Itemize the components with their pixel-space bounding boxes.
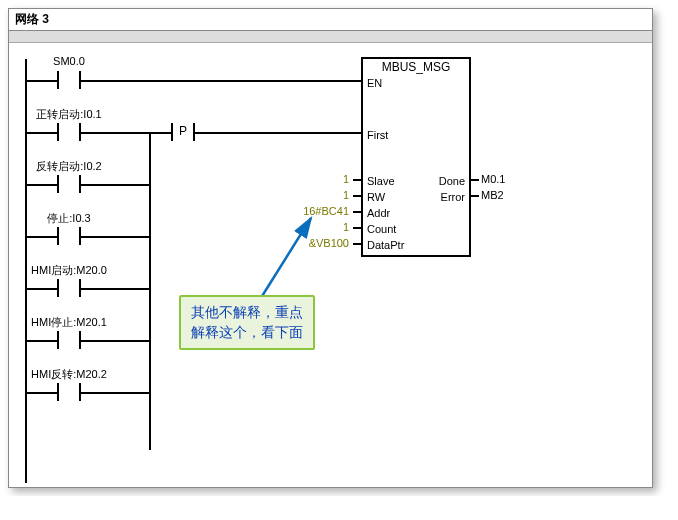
header-spacer: [9, 31, 652, 43]
contact-m20-0[interactable]: HMI启动:M20.0: [25, 265, 113, 305]
contact-symbol: [25, 177, 113, 193]
callout-line2: 解释这个，看下面: [191, 323, 303, 343]
wire: [113, 80, 361, 82]
contact-label: SM0.0: [25, 55, 113, 67]
val-rw: 1: [289, 189, 349, 201]
callout-line1: 其他不解释，重点: [191, 303, 303, 323]
contact-label: 反转启动:I0.2: [25, 159, 113, 174]
pin-error: Error: [441, 191, 465, 203]
pin-rw: RW: [367, 191, 385, 203]
pulse-p[interactable]: P: [149, 109, 217, 149]
out-done: M0.1: [481, 173, 505, 185]
contact-label: 正转启动:I0.1: [25, 107, 113, 122]
pulse-label: P: [149, 124, 217, 138]
contact-symbol: [25, 281, 113, 297]
wire: [113, 132, 151, 134]
pin-addr: Addr: [367, 207, 390, 219]
ladder-canvas: SM0.0 正转启动:I0.1 P 反转启动:I0.2 停止:I0.3: [9, 43, 652, 483]
pin-first: First: [367, 129, 388, 141]
network-title: 网络 3: [15, 12, 49, 26]
contact-m20-2[interactable]: HMI反转:M20.2: [25, 369, 113, 409]
contact-m20-1[interactable]: HMI停止:M20.1: [25, 317, 113, 357]
network-header: 网络 3: [9, 9, 652, 31]
contact-label: HMI反转:M20.2: [25, 367, 113, 382]
contact-i0-2[interactable]: 反转启动:I0.2: [25, 161, 113, 201]
wire: [113, 392, 151, 394]
contact-label: HMI启动:M20.0: [25, 263, 113, 278]
pin-slave: Slave: [367, 175, 395, 187]
contact-symbol: [25, 125, 113, 141]
pin-done: Done: [439, 175, 465, 187]
annotation-callout: 其他不解释，重点 解释这个，看下面: [179, 295, 315, 350]
contact-label: HMI停止:M20.1: [25, 315, 113, 330]
wire: [113, 340, 151, 342]
contact-symbol: [25, 73, 113, 89]
contact-label: 停止:I0.3: [25, 211, 113, 226]
wire: [113, 288, 151, 290]
pin-dataptr: DataPtr: [367, 239, 404, 251]
val-count: 1: [289, 221, 349, 233]
fb-mbus-msg[interactable]: MBUS_MSG EN First Slave RW Addr Count Da…: [361, 57, 471, 257]
pin-count: Count: [367, 223, 396, 235]
contact-i0-1[interactable]: 正转启动:I0.1: [25, 109, 113, 149]
contact-sm0-0[interactable]: SM0.0: [25, 57, 113, 97]
val-addr: 16#BC41: [289, 205, 349, 217]
wire-branch: [149, 132, 151, 450]
editor-frame: 网络 3 SM0.0 正转启动:I0.1 P 反转启动:I0.2: [8, 8, 653, 488]
pin-en: EN: [367, 77, 382, 89]
wire: [113, 236, 151, 238]
contact-symbol: [25, 385, 113, 401]
wire: [113, 184, 151, 186]
contact-i0-3[interactable]: 停止:I0.3: [25, 213, 113, 253]
wire: [217, 132, 361, 134]
contact-symbol: [25, 229, 113, 245]
contact-symbol: [25, 333, 113, 349]
out-error: MB2: [481, 189, 504, 201]
val-slave: 1: [289, 173, 349, 185]
val-dataptr: &VB100: [289, 237, 349, 249]
fb-title: MBUS_MSG: [363, 59, 469, 77]
